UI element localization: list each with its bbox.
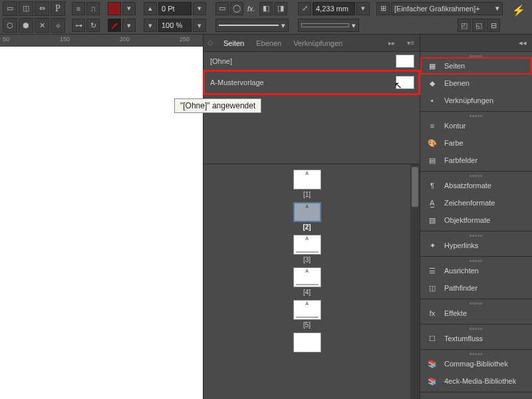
object-style-dropdown[interactable]: [Einfacher Grafikrahmen]+ ▾ [391, 2, 503, 15]
stroke-style-dropdown[interactable]: ▾ [215, 19, 289, 32]
panel-item-farbfelder[interactable]: ▤Farbfelder [420, 152, 532, 169]
second-dropdown[interactable]: ▾ [298, 19, 359, 32]
panel-item-hyperlinks[interactable]: ✦Hyperlinks [420, 237, 532, 254]
panel-item-seiten[interactable]: ▦Seiten [420, 57, 532, 74]
page-item[interactable]: A[2] [293, 202, 321, 233]
blend-icon[interactable]: ◨ [274, 2, 287, 15]
fx-label[interactable]: fx. [245, 5, 258, 13]
master-none-thumb[interactable] [396, 55, 414, 68]
anchor-icon[interactable]: ⎍ [86, 2, 100, 15]
page-item[interactable]: A[5] [293, 300, 321, 331]
transform-dd-icon[interactable]: ▾ [356, 2, 370, 15]
align-icon[interactable]: ≡ [72, 2, 85, 15]
opacity-input[interactable] [158, 19, 192, 32]
tool-a-icon[interactable]: ⬡ [3, 18, 17, 33]
ellipse-frame-icon[interactable]: ◯ [230, 2, 243, 15]
document-canvas[interactable] [0, 47, 203, 399]
panel-item-farbe[interactable]: 🎨Farbe [420, 134, 532, 152]
page-item[interactable]: A[3] [293, 235, 321, 266]
stroke-weight-input[interactable] [158, 2, 192, 15]
dock-flyout[interactable]: ◂◂ [420, 35, 532, 52]
canvas-area: 50 150 200 250 [0, 35, 203, 399]
shadow-icon[interactable]: ◧ [259, 2, 273, 15]
fit-frame-icon[interactable]: ⤢ [298, 2, 311, 15]
panel-item-kontur[interactable]: ≡Kontur [420, 117, 532, 134]
link-icon[interactable]: ⊶ [72, 19, 85, 32]
tab-seiten[interactable]: Seiten [222, 37, 245, 50]
panel-item-absatzformate[interactable]: ¶Absatzformate [420, 177, 532, 194]
right-panel-dock: ◂◂ ▦Seiten◆Ebenen▪Verknüpfungen≡Kontur🎨F… [420, 35, 532, 399]
textumfluss-icon: ☐ [427, 333, 438, 344]
rect-frame-icon[interactable]: ▭ [215, 2, 229, 15]
page-thumb[interactable]: A [293, 170, 321, 190]
ruler-tick: 200 [120, 36, 130, 43]
collapse-icon[interactable]: ▸▸ [387, 38, 396, 48]
panel-item-label: 4eck-Media-Bibliothek [444, 377, 516, 385]
stepper-up-icon[interactable]: ▴ [144, 2, 157, 15]
text-wrap-icon[interactable]: ⊞ [376, 2, 390, 15]
sync-icon[interactable]: ↻ [86, 19, 100, 32]
fill-swatch[interactable] [108, 2, 121, 15]
panel-item-label: Commag-Bibliothek [444, 360, 508, 368]
panel-item-ebenen[interactable]: ◆Ebenen [420, 74, 532, 92]
tool-c-icon[interactable]: ✕ [35, 18, 49, 33]
misc-b-icon[interactable]: ◱ [472, 19, 485, 32]
tab-verknupfungen[interactable]: Verknüpfungen [292, 37, 344, 50]
misc-c-icon[interactable]: ⊟ [487, 19, 500, 32]
stroke-swatch[interactable] [108, 19, 121, 32]
page-thumb[interactable]: A [293, 300, 321, 320]
panel-group: ☐Textumfluss [420, 325, 532, 350]
farbe-icon: 🎨 [427, 138, 438, 148]
panel-item-effekte[interactable]: fxEffekte [420, 305, 532, 322]
panel-item-ausrichten[interactable]: ☰Ausrichten [420, 262, 532, 279]
panel-item-commag-bibliothek[interactable]: 📚Commag-Bibliothek [420, 355, 532, 372]
effekte-icon: fx [427, 308, 438, 319]
page-item[interactable]: A[4] [293, 267, 321, 299]
fill-arrow-icon[interactable]: ▾ [122, 2, 136, 15]
panel-item-label: Seiten [444, 62, 465, 70]
panel-group: ✦Hyperlinks [420, 231, 532, 257]
page-thumb[interactable]: A [293, 202, 321, 222]
misc-a-icon[interactable]: ◰ [458, 19, 471, 32]
lightning-icon[interactable]: ⚡ [512, 4, 525, 17]
panel-item-objektformate[interactable]: ▧Objektformate [420, 211, 532, 229]
tooltip: "[Ohne]" angewendet [174, 98, 261, 113]
tool-direct-icon[interactable]: ◫ [19, 1, 33, 16]
page-thumb[interactable]: A [293, 235, 321, 255]
master-a-row[interactable]: A-Mustervorlage ↖ [203, 70, 420, 94]
panel-item-textumfluss[interactable]: ☐Textumfluss [420, 330, 532, 347]
stepper-down-icon[interactable]: ▾ [144, 19, 157, 32]
panel-menu-icon[interactable]: ▾≡ [406, 38, 416, 48]
panel-item-label: Farbe [444, 139, 464, 147]
tool-placeholder-icon[interactable]: P [51, 1, 65, 16]
page-thumb[interactable]: A [293, 267, 321, 287]
master-a-thumb[interactable] [396, 76, 414, 89]
master-none-row[interactable]: [Ohne] [203, 52, 420, 70]
panel-group: ☰Ausrichten◫Pathfinder [420, 257, 532, 299]
verkn-pfungen-icon: ▪ [427, 95, 438, 106]
transform-w-input[interactable] [313, 2, 355, 15]
scrollbar[interactable] [410, 164, 420, 399]
opacity-dd-icon[interactable]: ▾ [193, 19, 206, 32]
absatzformate-icon: ¶ [427, 180, 438, 191]
panel-item-pathfinder[interactable]: ◫Pathfinder [420, 279, 532, 297]
panel-item-zeichenformate[interactable]: A̲Zeichenformate [420, 194, 532, 211]
tool-select-icon[interactable]: ▭ [3, 1, 17, 16]
farbfelder-icon: ▤ [427, 155, 438, 166]
tab-ebenen[interactable]: Ebenen [255, 37, 283, 50]
panel-item-label: Absatzformate [444, 182, 491, 190]
panel-item-verkn-pfungen[interactable]: ▪Verknüpfungen [420, 92, 532, 109]
stroke-weight-dd-icon[interactable]: ▾ [193, 2, 206, 15]
tool-gap-icon[interactable]: ⇔ [35, 1, 49, 16]
kontur-icon: ≡ [427, 120, 438, 131]
page-item[interactable]: A[1] [293, 170, 321, 201]
page-thumb[interactable] [293, 332, 321, 352]
page-item[interactable] [293, 332, 321, 356]
tool-b-icon[interactable]: ⬢ [19, 18, 33, 33]
tool-d-icon[interactable]: ⟡ [51, 18, 65, 33]
page-label: [2] [303, 223, 311, 231]
stroke-arrow-icon[interactable]: ▾ [122, 19, 136, 32]
panel-item-4eck-media-bibliothek[interactable]: 📚4eck-Media-Bibliothek [420, 372, 532, 390]
page-label: [5] [303, 321, 311, 329]
page-label: [1] [303, 191, 311, 198]
